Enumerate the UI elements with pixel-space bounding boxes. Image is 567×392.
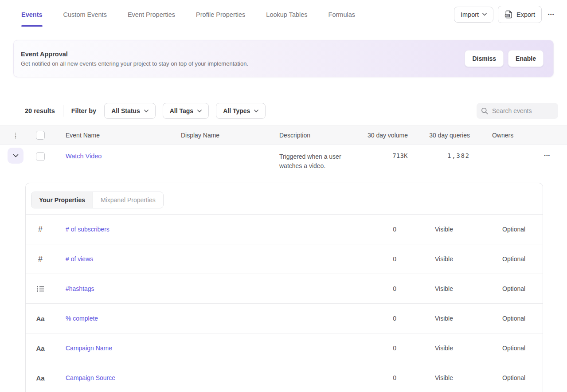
- tab-custom-events[interactable]: Custom Events: [63, 1, 107, 28]
- chevron-down-icon: [482, 13, 487, 16]
- property-row: Aa Campaign Name 0 Visible Optional: [26, 333, 543, 363]
- property-queries: 0: [339, 345, 396, 352]
- csv-file-icon: csv: [504, 10, 513, 19]
- select-all-checkbox[interactable]: [36, 131, 45, 140]
- property-queries: 0: [339, 226, 396, 233]
- property-row: # # of views 0 Visible Optional: [26, 244, 543, 274]
- property-visibility: Visible: [396, 226, 492, 233]
- enable-button[interactable]: Enable: [508, 50, 544, 67]
- banner-subtitle: Get notified on all new events entering …: [21, 60, 248, 67]
- nav-more-menu[interactable]: •••: [546, 10, 556, 19]
- number-type-icon: #: [38, 255, 43, 264]
- export-button[interactable]: csv Export: [498, 6, 542, 23]
- property-queries: 0: [339, 315, 396, 322]
- tab-lookup-tables[interactable]: Lookup Tables: [266, 1, 307, 28]
- property-name-link[interactable]: # of subscribers: [55, 226, 339, 233]
- banner-title: Event Approval: [21, 51, 248, 58]
- row-checkbox[interactable]: [36, 152, 45, 161]
- text-type-icon: Aa: [36, 315, 44, 322]
- property-status: Optional: [492, 374, 538, 381]
- tab-your-properties[interactable]: Your Properties: [31, 192, 93, 208]
- property-name-link[interactable]: % complete: [55, 315, 339, 322]
- collapse-all-icon[interactable]: ↓↑: [14, 132, 17, 139]
- tab-events[interactable]: Events: [21, 1, 43, 28]
- property-queries: 0: [339, 374, 396, 381]
- dismiss-button[interactable]: Dismiss: [465, 50, 504, 67]
- types-filter-dropdown[interactable]: All Types: [216, 103, 266, 119]
- list-type-icon: [37, 286, 44, 292]
- nav-tabs: Events Custom Events Event Properties Pr…: [21, 1, 355, 28]
- property-visibility: Visible: [396, 345, 492, 352]
- text-type-icon: Aa: [36, 345, 44, 352]
- event-display-name: [181, 145, 279, 152]
- results-count: 20 results: [25, 107, 55, 114]
- tab-profile-properties[interactable]: Profile Properties: [196, 1, 245, 28]
- types-filter-label: All Types: [223, 107, 250, 114]
- banner-wrap: Event Approval Get notified on all new e…: [0, 29, 567, 77]
- column-header-event-name[interactable]: Event Name: [50, 132, 181, 139]
- property-visibility: Visible: [396, 374, 492, 381]
- properties-tabs-area: Your Properties Mixpanel Properties: [26, 183, 543, 214]
- chevron-down-icon: [197, 110, 202, 113]
- row-more-menu[interactable]: •••: [543, 151, 552, 160]
- chevron-down-icon: [13, 154, 19, 157]
- column-header-display-name[interactable]: Display Name: [181, 132, 279, 139]
- property-name-link[interactable]: Campaign Source: [55, 374, 339, 381]
- banner-actions: Dismiss Enable: [465, 50, 544, 67]
- search-box: [477, 103, 558, 119]
- column-header-volume[interactable]: 30 day volume: [364, 132, 408, 139]
- number-type-icon: #: [38, 225, 43, 234]
- tab-event-properties[interactable]: Event Properties: [128, 1, 175, 28]
- filter-toolbar: 20 results Filter by All Status All Tags…: [0, 103, 567, 119]
- nav-actions: Import csv Export •••: [454, 6, 556, 23]
- event-approval-banner: Event Approval Get notified on all new e…: [13, 40, 554, 77]
- import-label: Import: [461, 11, 479, 18]
- column-header-owners[interactable]: Owners: [470, 132, 528, 139]
- properties-tab-group: Your Properties Mixpanel Properties: [31, 192, 164, 208]
- property-row: # # of subscribers 0 Visible Optional: [26, 214, 543, 244]
- property-status: Optional: [492, 315, 538, 322]
- banner-text: Event Approval Get notified on all new e…: [21, 51, 248, 67]
- property-status: Optional: [492, 255, 538, 263]
- event-row: Watch Video Triggered when a user watche…: [0, 145, 567, 183]
- tags-filter-dropdown[interactable]: All Tags: [163, 103, 209, 119]
- event-owners: [470, 145, 528, 152]
- events-table-header: ↓↑ Event Name Display Name Description 3…: [0, 125, 567, 145]
- status-filter-dropdown[interactable]: All Status: [104, 103, 156, 119]
- property-status: Optional: [492, 345, 538, 352]
- property-name-link[interactable]: Campaign Name: [55, 345, 339, 352]
- event-name-link[interactable]: Watch Video: [66, 153, 102, 160]
- property-visibility: Visible: [396, 315, 492, 322]
- search-input[interactable]: [492, 107, 550, 114]
- property-queries: 0: [339, 285, 396, 292]
- text-type-icon: Aa: [36, 374, 44, 382]
- column-header-queries[interactable]: 30 day queries: [408, 132, 470, 139]
- chevron-down-icon: [254, 110, 258, 113]
- tab-mixpanel-properties[interactable]: Mixpanel Properties: [93, 192, 163, 208]
- event-queries: 1,382: [408, 145, 470, 159]
- collapse-row-button[interactable]: [8, 148, 23, 164]
- property-name-link[interactable]: #hashtags: [55, 285, 339, 292]
- property-row: Aa Campaign Source 0 Visible Optional: [26, 363, 543, 392]
- search-icon: [481, 107, 488, 114]
- import-button[interactable]: Import: [454, 7, 493, 23]
- event-description: Triggered when a user watches a video.: [279, 145, 364, 171]
- property-name-link[interactable]: # of views: [55, 255, 339, 263]
- column-header-description[interactable]: Description: [279, 132, 364, 139]
- svg-text:csv: csv: [506, 15, 509, 17]
- divider: [63, 105, 63, 117]
- event-properties-panel: Your Properties Mixpanel Properties # # …: [25, 183, 543, 392]
- property-visibility: Visible: [396, 255, 492, 263]
- property-row: Aa % complete 0 Visible Optional: [26, 303, 543, 333]
- export-label: Export: [516, 11, 535, 18]
- chevron-down-icon: [144, 110, 149, 113]
- property-row: #hashtags 0 Visible Optional: [26, 274, 543, 303]
- top-nav: Events Custom Events Event Properties Pr…: [0, 0, 567, 29]
- lexicon-page: Events Custom Events Event Properties Pr…: [0, 0, 567, 392]
- property-visibility: Visible: [396, 285, 492, 292]
- property-status: Optional: [492, 285, 538, 292]
- tags-filter-label: All Tags: [170, 107, 193, 114]
- status-filter-label: All Status: [111, 107, 140, 114]
- property-queries: 0: [339, 255, 396, 263]
- tab-formulas[interactable]: Formulas: [328, 1, 355, 28]
